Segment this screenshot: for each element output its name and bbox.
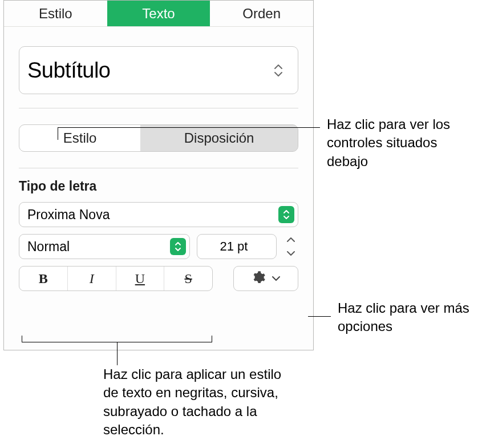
chevron-updown-icon xyxy=(274,64,283,77)
callout-subtabs: Haz clic para ver los controles situados… xyxy=(327,115,476,171)
text-format-segment: B I U S xyxy=(19,266,213,291)
callout-line xyxy=(308,316,331,317)
callout-line xyxy=(58,127,58,140)
gear-icon xyxy=(251,270,266,287)
tab-text[interactable]: Texto xyxy=(107,1,210,26)
callout-line xyxy=(58,127,320,128)
font-size-field[interactable]: 21 pt xyxy=(197,234,277,259)
underline-button[interactable]: U xyxy=(116,267,165,290)
advanced-options-popup[interactable] xyxy=(233,266,298,291)
tab-style[interactable]: Estilo xyxy=(4,1,107,26)
font-size-step-up[interactable] xyxy=(283,234,298,245)
subtab-style[interactable]: Estilo xyxy=(19,125,140,151)
bold-button[interactable]: B xyxy=(19,267,68,290)
callout-line xyxy=(117,342,118,365)
font-family-popup[interactable]: Proxima Nova xyxy=(19,202,298,227)
strikethrough-button[interactable]: S xyxy=(164,267,212,290)
popup-button-icon xyxy=(170,238,186,255)
callout-gear: Haz clic para ver más opciones xyxy=(338,299,475,336)
chevron-down-icon xyxy=(272,273,281,284)
popup-button-icon xyxy=(278,206,294,223)
font-weight-value: Normal xyxy=(27,239,70,255)
text-subtabs: Estilo Disposición xyxy=(19,124,298,152)
divider xyxy=(19,168,298,168)
top-tab-bar: Estilo Texto Orden xyxy=(4,1,313,27)
italic-button[interactable]: I xyxy=(68,267,116,290)
font-section-label: Tipo de letra xyxy=(4,179,313,194)
font-size-step-down[interactable] xyxy=(283,248,298,259)
font-weight-popup[interactable]: Normal xyxy=(19,234,190,259)
tab-order[interactable]: Orden xyxy=(210,1,313,26)
callout-bracket xyxy=(22,336,212,342)
subtab-layout[interactable]: Disposición xyxy=(140,125,298,151)
font-size-value: 21 pt xyxy=(220,239,248,254)
font-family-value: Proxima Nova xyxy=(27,207,110,223)
paragraph-style-label: Subtítulo xyxy=(27,58,111,83)
paragraph-style-popup[interactable]: Subtítulo xyxy=(19,46,298,94)
callout-format: Haz clic para aplicar un estilo de texto… xyxy=(103,365,297,439)
